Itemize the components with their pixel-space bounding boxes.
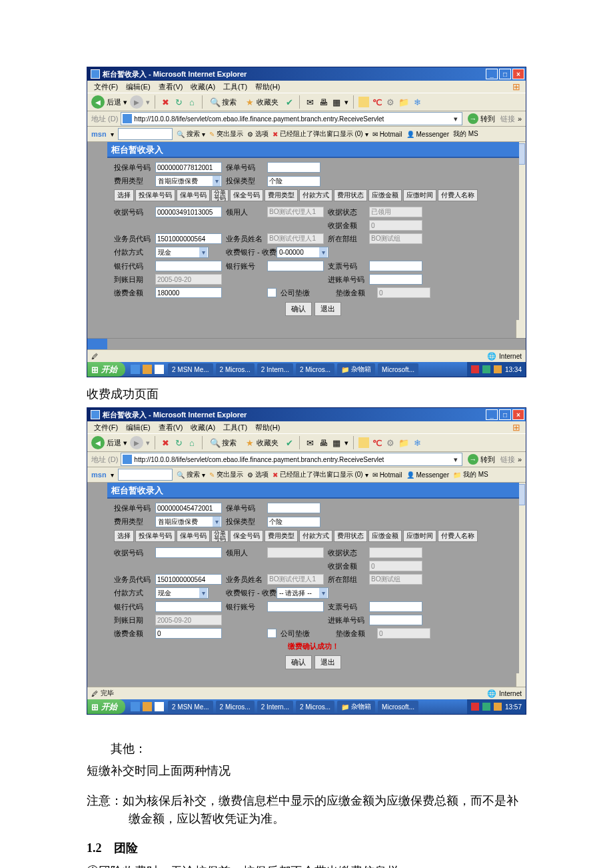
input-proposal-no[interactable]: [155, 162, 222, 173]
task-item[interactable]: 2 Intern...: [257, 363, 293, 375]
input-cheque-no[interactable]: [369, 261, 422, 271]
tool-icon[interactable]: ⚙: [385, 97, 396, 107]
stop-button[interactable]: ✖: [160, 437, 171, 448]
hdr-due-amt[interactable]: 应缴金额: [368, 189, 402, 201]
task-item[interactable]: 2 Micros...: [296, 701, 334, 713]
btn-select[interactable]: 选择: [114, 189, 134, 201]
maximize-button[interactable]: □: [499, 409, 511, 420]
ql-icon-2[interactable]: [143, 365, 152, 374]
input-receipt-no[interactable]: [155, 547, 222, 558]
msn-messenger-button[interactable]: 👤Messenger: [406, 471, 449, 479]
select-bank-acct[interactable]: -- 请选择 --: [277, 587, 328, 599]
hdr-pay-method[interactable]: 付款方式: [299, 530, 332, 542]
tray-icon[interactable]: [482, 703, 490, 711]
misc-icon[interactable]: ❄: [412, 97, 422, 107]
tool-icon[interactable]: ⚙: [385, 437, 396, 448]
hdr-fee-status[interactable]: 费用状态: [334, 530, 367, 542]
btn-select[interactable]: 选择: [114, 530, 134, 542]
task-item[interactable]: Microsoft...: [378, 363, 418, 375]
checkbox-company-adv[interactable]: [267, 288, 277, 297]
edit-icon[interactable]: ▦: [331, 97, 342, 107]
hdr-sub-no[interactable]: 分单号码: [211, 189, 229, 201]
menu-tools[interactable]: 工具(T): [221, 82, 250, 92]
input-bank-acct2[interactable]: [267, 601, 324, 612]
task-item[interactable]: Microsoft...: [378, 701, 418, 713]
ql-icon-2[interactable]: [143, 702, 152, 711]
hdr-due-time[interactable]: 应缴时间: [403, 189, 436, 201]
select-bank-acct[interactable]: 0-00000: [277, 247, 328, 258]
hdr-proposal-no[interactable]: 投保单号码: [135, 189, 175, 201]
msn-search-button[interactable]: 🔍搜索▾: [177, 470, 205, 479]
print-icon[interactable]: 🖶: [318, 97, 328, 107]
home-button[interactable]: ⌂: [187, 97, 197, 107]
task-item[interactable]: 2 MSN Me...: [168, 701, 213, 713]
input-receipt-no[interactable]: [155, 207, 222, 217]
exit-button[interactable]: 退出: [314, 655, 341, 669]
task-item[interactable]: 📁杂物箱: [337, 363, 375, 375]
menu-file[interactable]: 文件(F): [91, 82, 121, 92]
search-button[interactable]: 🔍 搜索: [207, 94, 239, 110]
links-label[interactable]: 链接: [500, 114, 515, 124]
menu-help[interactable]: 帮助(H): [253, 82, 283, 92]
select-pay-method[interactable]: 现金: [155, 587, 209, 599]
input-policy-no[interactable]: [267, 503, 320, 513]
hdr-proposal-no[interactable]: 投保单号码: [135, 530, 175, 542]
forward-button[interactable]: ►: [130, 436, 143, 449]
edit-icon[interactable]: ▦: [331, 437, 342, 448]
msn-messenger-button[interactable]: 👤Messenger: [406, 131, 449, 138]
start-button[interactable]: 开始: [87, 362, 125, 377]
task-item[interactable]: 2 Micros...: [216, 363, 255, 375]
ql-icon-3[interactable]: [155, 365, 164, 374]
msn-highlight-button[interactable]: ✎突出显示: [209, 129, 243, 139]
app-icon[interactable]: [358, 437, 369, 448]
task-item[interactable]: 📁杂物箱: [337, 701, 375, 713]
menu-help[interactable]: 帮助(H): [253, 423, 283, 433]
menu-tools[interactable]: 工具(T): [221, 423, 250, 433]
hdr-fee-type[interactable]: 费用类型: [265, 530, 298, 542]
msn-my-button[interactable]: 📁我的 MS: [453, 470, 488, 479]
hdr-due-time[interactable]: 应缴时间: [403, 530, 436, 542]
hdr-payer[interactable]: 付费人名称: [438, 530, 478, 542]
msn-options-button[interactable]: ⚙选项: [247, 470, 269, 479]
msn-popup-blocked[interactable]: ✖已经阻止了弹出窗口显示 (0)▾: [273, 470, 368, 479]
msn-hotmail-button[interactable]: ✉Hotmail: [372, 471, 402, 479]
menu-view[interactable]: 查看(V): [156, 82, 186, 92]
dropdown-icon[interactable]: ▾: [451, 115, 460, 123]
dropdown-icon[interactable]: ▾: [451, 455, 460, 464]
go-button[interactable]: → 转到: [465, 454, 498, 465]
input-bank-code[interactable]: [155, 601, 222, 612]
forward-button[interactable]: ►: [130, 95, 143, 109]
menu-file[interactable]: 文件(F): [91, 423, 121, 433]
back-button[interactable]: ◄ 后退 ▾: [91, 95, 127, 109]
input-ins-type[interactable]: [267, 176, 320, 187]
menu-fav[interactable]: 收藏(A): [188, 82, 218, 92]
task-item[interactable]: 2 Micros...: [216, 701, 255, 713]
tray-icon[interactable]: [471, 703, 479, 711]
ql-icon-1[interactable]: [131, 365, 140, 374]
input-proposal-no[interactable]: [155, 503, 222, 513]
history-icon[interactable]: ✔: [284, 437, 295, 448]
tray-icon[interactable]: [471, 365, 479, 373]
input-bank-code[interactable]: [155, 261, 222, 271]
checkbox-company-adv[interactable]: [267, 629, 277, 638]
address-input[interactable]: http://10.0.0.8/life/servlet/com.ebao.li…: [121, 112, 462, 125]
misc-icon[interactable]: ❄: [412, 437, 422, 448]
close-button[interactable]: ×: [512, 69, 524, 79]
favorites-button[interactable]: ★ 收藏夹: [242, 435, 281, 451]
minimize-button[interactable]: _: [486, 409, 498, 420]
folder-icon[interactable]: 📁: [398, 97, 409, 107]
select-fee-type[interactable]: 首期应缴保费: [155, 175, 222, 187]
input-entry-no[interactable]: [369, 615, 422, 625]
tray-icon[interactable]: [482, 365, 490, 373]
ql-icon-3[interactable]: [155, 702, 164, 711]
msn-search-input[interactable]: [118, 128, 173, 140]
hdr-preserve-no[interactable]: 保全号码: [230, 530, 263, 542]
hdr-policy-no[interactable]: 保单号码: [177, 530, 210, 542]
input-pay-amt[interactable]: [155, 628, 222, 639]
mail-icon[interactable]: ✉: [305, 97, 315, 107]
home-button[interactable]: ⌂: [187, 437, 197, 448]
cyc-icon[interactable]: ℃: [372, 437, 382, 448]
search-button[interactable]: 🔍 搜索: [207, 435, 239, 451]
select-pay-method[interactable]: 现金: [155, 247, 209, 258]
menu-view[interactable]: 查看(V): [156, 423, 186, 433]
